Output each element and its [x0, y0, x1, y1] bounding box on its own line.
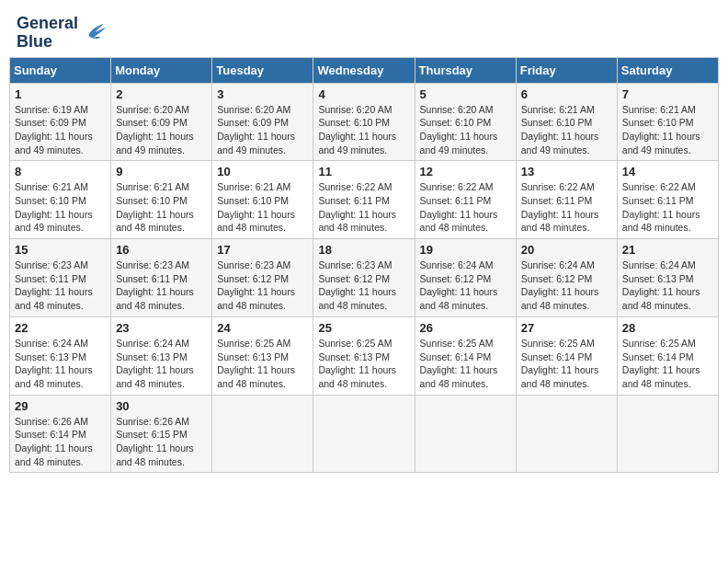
calendar-week-row: 29 Sunrise: 6:26 AM Sunset: 6:14 PM Dayl… [10, 395, 719, 473]
calendar-day-cell [415, 395, 516, 473]
day-number: 25 [318, 321, 409, 335]
calendar-day-cell: 9 Sunrise: 6:21 AM Sunset: 6:10 PM Dayli… [111, 161, 212, 239]
day-info: Sunrise: 6:25 AM Sunset: 6:14 PM Dayligh… [622, 337, 713, 391]
day-info: Sunrise: 6:25 AM Sunset: 6:14 PM Dayligh… [521, 337, 612, 391]
header: General Blue [9, 9, 719, 52]
calendar-day-cell: 19 Sunrise: 6:24 AM Sunset: 6:12 PM Dayl… [415, 239, 516, 317]
day-number: 3 [217, 87, 308, 101]
day-of-week-header: Monday [111, 57, 212, 83]
day-info: Sunrise: 6:20 AM Sunset: 6:10 PM Dayligh… [420, 103, 511, 157]
day-info: Sunrise: 6:21 AM Sunset: 6:10 PM Dayligh… [622, 103, 713, 157]
day-info: Sunrise: 6:22 AM Sunset: 6:11 PM Dayligh… [622, 180, 713, 235]
day-info: Sunrise: 6:25 AM Sunset: 6:13 PM Dayligh… [318, 337, 409, 391]
day-info: Sunrise: 6:21 AM Sunset: 6:10 PM Dayligh… [217, 180, 308, 235]
day-of-week-header: Saturday [617, 57, 718, 83]
calendar-day-cell: 17 Sunrise: 6:23 AM Sunset: 6:12 PM Dayl… [212, 239, 313, 317]
day-number: 10 [217, 165, 308, 178]
day-info: Sunrise: 6:23 AM Sunset: 6:11 PM Dayligh… [15, 259, 106, 313]
calendar-day-cell: 12 Sunrise: 6:22 AM Sunset: 6:11 PM Dayl… [415, 161, 516, 239]
day-info: Sunrise: 6:20 AM Sunset: 6:09 PM Dayligh… [217, 103, 308, 157]
day-of-week-header: Friday [516, 57, 617, 83]
day-of-week-header: Wednesday [313, 57, 415, 83]
calendar-table: SundayMondayTuesdayWednesdayThursdayFrid… [9, 57, 719, 474]
day-number: 2 [116, 87, 207, 101]
day-number: 9 [116, 165, 207, 178]
day-number: 11 [318, 165, 409, 178]
calendar-day-cell: 20 Sunrise: 6:24 AM Sunset: 6:12 PM Dayl… [516, 239, 617, 317]
day-info: Sunrise: 6:24 AM Sunset: 6:12 PM Dayligh… [521, 259, 612, 313]
day-info: Sunrise: 6:21 AM Sunset: 6:10 PM Dayligh… [116, 180, 207, 235]
calendar-day-cell: 7 Sunrise: 6:21 AM Sunset: 6:10 PM Dayli… [617, 83, 718, 161]
day-info: Sunrise: 6:20 AM Sunset: 6:10 PM Dayligh… [318, 103, 409, 157]
day-number: 7 [622, 87, 713, 101]
calendar-day-cell: 15 Sunrise: 6:23 AM Sunset: 6:11 PM Dayl… [10, 239, 111, 317]
calendar-week-row: 1 Sunrise: 6:19 AM Sunset: 6:09 PM Dayli… [10, 83, 719, 161]
day-number: 19 [420, 243, 511, 257]
day-number: 15 [15, 243, 106, 257]
calendar-header-row: SundayMondayTuesdayWednesdayThursdayFrid… [10, 57, 719, 83]
calendar-day-cell: 8 Sunrise: 6:21 AM Sunset: 6:10 PM Dayli… [10, 161, 111, 239]
calendar-day-cell [212, 395, 313, 473]
day-info: Sunrise: 6:26 AM Sunset: 6:14 PM Dayligh… [15, 415, 106, 469]
day-number: 29 [15, 399, 106, 413]
calendar-day-cell [516, 395, 617, 473]
calendar-day-cell: 22 Sunrise: 6:24 AM Sunset: 6:13 PM Dayl… [10, 316, 111, 395]
calendar-day-cell: 27 Sunrise: 6:25 AM Sunset: 6:14 PM Dayl… [516, 316, 617, 395]
calendar-day-cell: 11 Sunrise: 6:22 AM Sunset: 6:11 PM Dayl… [313, 161, 415, 239]
day-info: Sunrise: 6:22 AM Sunset: 6:11 PM Dayligh… [521, 180, 612, 235]
day-number: 12 [420, 165, 511, 178]
day-info: Sunrise: 6:19 AM Sunset: 6:09 PM Dayligh… [15, 103, 106, 157]
day-info: Sunrise: 6:22 AM Sunset: 6:11 PM Dayligh… [318, 180, 409, 235]
calendar-week-row: 22 Sunrise: 6:24 AM Sunset: 6:13 PM Dayl… [10, 316, 719, 395]
calendar-day-cell: 1 Sunrise: 6:19 AM Sunset: 6:09 PM Dayli… [10, 83, 111, 161]
day-info: Sunrise: 6:20 AM Sunset: 6:09 PM Dayligh… [116, 103, 207, 157]
day-number: 24 [217, 321, 308, 335]
calendar-day-cell: 6 Sunrise: 6:21 AM Sunset: 6:10 PM Dayli… [516, 83, 617, 161]
calendar-day-cell: 25 Sunrise: 6:25 AM Sunset: 6:13 PM Dayl… [313, 316, 415, 395]
calendar-day-cell: 5 Sunrise: 6:20 AM Sunset: 6:10 PM Dayli… [415, 83, 516, 161]
calendar-week-row: 15 Sunrise: 6:23 AM Sunset: 6:11 PM Dayl… [10, 239, 719, 317]
day-info: Sunrise: 6:24 AM Sunset: 6:13 PM Dayligh… [15, 337, 106, 391]
day-number: 30 [116, 399, 207, 413]
day-info: Sunrise: 6:22 AM Sunset: 6:11 PM Dayligh… [420, 180, 511, 235]
day-of-week-header: Tuesday [212, 57, 313, 83]
day-info: Sunrise: 6:25 AM Sunset: 6:14 PM Dayligh… [420, 337, 511, 391]
day-info: Sunrise: 6:25 AM Sunset: 6:13 PM Dayligh… [217, 337, 308, 391]
day-number: 5 [420, 87, 511, 101]
calendar-day-cell: 10 Sunrise: 6:21 AM Sunset: 6:10 PM Dayl… [212, 161, 313, 239]
day-number: 18 [318, 243, 409, 257]
calendar-day-cell: 3 Sunrise: 6:20 AM Sunset: 6:09 PM Dayli… [212, 83, 313, 161]
calendar-day-cell: 4 Sunrise: 6:20 AM Sunset: 6:10 PM Dayli… [313, 83, 415, 161]
calendar-day-cell: 16 Sunrise: 6:23 AM Sunset: 6:11 PM Dayl… [111, 239, 212, 317]
day-info: Sunrise: 6:24 AM Sunset: 6:13 PM Dayligh… [116, 337, 207, 391]
day-number: 16 [116, 243, 207, 257]
day-number: 28 [622, 321, 713, 335]
logo-text: General Blue [17, 15, 78, 52]
calendar-day-cell: 26 Sunrise: 6:25 AM Sunset: 6:14 PM Dayl… [415, 316, 516, 395]
day-number: 17 [217, 243, 308, 257]
calendar-week-row: 8 Sunrise: 6:21 AM Sunset: 6:10 PM Dayli… [10, 161, 719, 239]
day-number: 6 [521, 87, 612, 101]
day-number: 20 [521, 243, 612, 257]
calendar-day-cell: 29 Sunrise: 6:26 AM Sunset: 6:14 PM Dayl… [10, 395, 111, 473]
day-info: Sunrise: 6:24 AM Sunset: 6:13 PM Dayligh… [622, 259, 713, 313]
calendar-day-cell [313, 395, 415, 473]
day-number: 14 [622, 165, 713, 178]
logo: General Blue [17, 15, 106, 52]
calendar-day-cell: 28 Sunrise: 6:25 AM Sunset: 6:14 PM Dayl… [617, 316, 718, 395]
day-info: Sunrise: 6:23 AM Sunset: 6:12 PM Dayligh… [217, 259, 308, 313]
day-number: 8 [15, 165, 106, 178]
logo-bird-icon [80, 20, 106, 46]
day-number: 27 [521, 321, 612, 335]
day-number: 22 [15, 321, 106, 335]
day-number: 21 [622, 243, 713, 257]
calendar-day-cell: 21 Sunrise: 6:24 AM Sunset: 6:13 PM Dayl… [617, 239, 718, 317]
calendar-day-cell: 23 Sunrise: 6:24 AM Sunset: 6:13 PM Dayl… [111, 316, 212, 395]
calendar-day-cell: 18 Sunrise: 6:23 AM Sunset: 6:12 PM Dayl… [313, 239, 415, 317]
day-info: Sunrise: 6:21 AM Sunset: 6:10 PM Dayligh… [15, 180, 106, 235]
calendar-day-cell: 13 Sunrise: 6:22 AM Sunset: 6:11 PM Dayl… [516, 161, 617, 239]
day-of-week-header: Thursday [415, 57, 516, 83]
day-number: 26 [420, 321, 511, 335]
calendar-day-cell: 30 Sunrise: 6:26 AM Sunset: 6:15 PM Dayl… [111, 395, 212, 473]
day-info: Sunrise: 6:21 AM Sunset: 6:10 PM Dayligh… [521, 103, 612, 157]
